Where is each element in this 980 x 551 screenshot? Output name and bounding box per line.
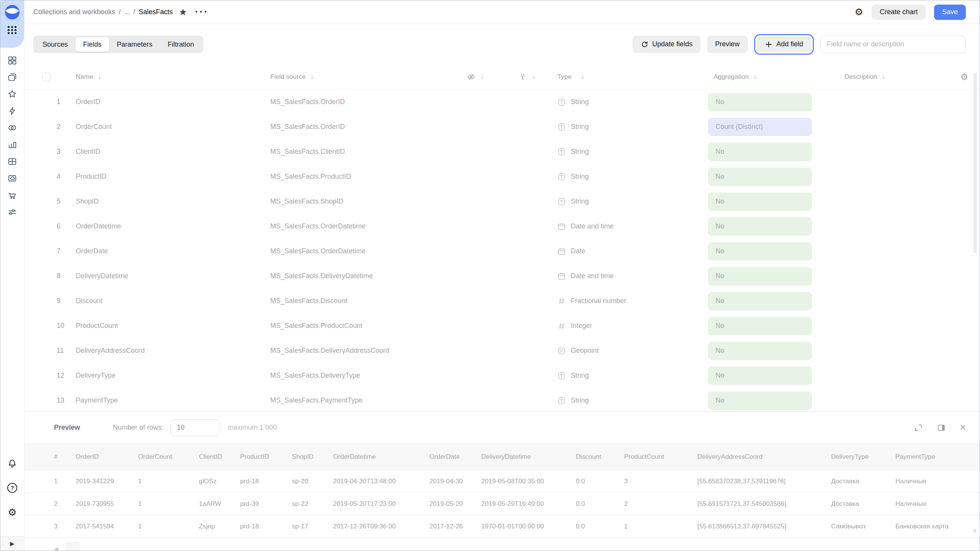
aggregation-select[interactable]: No xyxy=(708,342,812,360)
aggregation-select[interactable]: No xyxy=(708,292,812,310)
rows-count-input[interactable] xyxy=(170,419,220,436)
field-type[interactable]: Geopoint xyxy=(555,347,706,355)
add-field-button[interactable]: Add field xyxy=(757,37,811,52)
field-row[interactable]: 2 OrderCount MS_SalesFacts.OrderID Strin… xyxy=(24,114,980,139)
column-header-name[interactable]: Name↓ xyxy=(76,73,270,81)
field-name[interactable]: DeliveryAddressCoord xyxy=(76,347,270,355)
field-type[interactable]: String xyxy=(555,173,706,181)
charts-icon[interactable] xyxy=(7,140,17,150)
field-row[interactable]: 4 ProductID MS_SalesFacts.ProductID Stri… xyxy=(24,164,980,189)
field-type[interactable]: String xyxy=(555,372,706,380)
apps-grid-icon[interactable] xyxy=(8,26,17,34)
preview-toggle-button[interactable]: Preview xyxy=(707,36,748,53)
table-settings-gear-icon[interactable]: ⚙ xyxy=(960,72,969,82)
services-icon[interactable] xyxy=(7,207,17,217)
quick-actions-icon[interactable] xyxy=(7,106,17,116)
field-row[interactable]: 5 ShopID MS_SalesFacts.ShopID String No xyxy=(24,189,980,214)
field-row[interactable]: 1 OrderID MS_SalesFacts.OrderID String N… xyxy=(24,90,980,114)
field-row[interactable]: 13 PaymentType MS_SalesFacts.PaymentType… xyxy=(24,388,980,412)
prev-page-icon[interactable]: ◀ xyxy=(54,546,59,551)
field-name[interactable]: DeliveryDatetime xyxy=(76,272,270,280)
field-name[interactable]: OrderDate xyxy=(76,247,270,255)
field-name[interactable]: OrderDatetime xyxy=(76,222,270,230)
datasets-icon[interactable] xyxy=(7,156,17,166)
aggregation-select[interactable]: No xyxy=(708,168,812,186)
fields-scrollbar[interactable] xyxy=(973,73,977,253)
tab-sources[interactable]: Sources xyxy=(35,37,75,52)
connections-icon[interactable] xyxy=(7,123,17,133)
expand-panel-icon[interactable]: ▶ xyxy=(10,540,15,547)
update-fields-button[interactable]: Update fields xyxy=(632,36,701,53)
field-type[interactable]: Date and time xyxy=(555,222,706,231)
dock-preview-icon[interactable] xyxy=(937,423,946,432)
field-type[interactable]: String xyxy=(555,197,706,206)
page-number-box[interactable] xyxy=(65,542,80,551)
collections-icon[interactable] xyxy=(7,72,17,82)
field-name[interactable]: DeliveryType xyxy=(76,372,270,380)
tab-fields[interactable]: Fields xyxy=(75,37,109,52)
save-button[interactable]: Save xyxy=(934,5,966,20)
field-name[interactable]: OrderID xyxy=(76,98,270,106)
dataset-settings-gear-icon[interactable]: ⚙ xyxy=(855,7,863,18)
notifications-icon[interactable] xyxy=(7,458,17,468)
field-type[interactable]: Fractional number xyxy=(555,297,706,305)
expand-preview-icon[interactable] xyxy=(914,423,923,432)
field-row[interactable]: 9 Discount MS_SalesFacts.Discount Fracti… xyxy=(24,289,980,313)
field-name[interactable]: ClientID xyxy=(76,148,270,156)
sort-arrow-icon[interactable]: ↓ xyxy=(97,73,102,81)
storage-icon[interactable] xyxy=(7,173,17,183)
field-row[interactable]: 7 OrderDate MS_SalesFacts.OrderDatetime … xyxy=(24,239,980,264)
aggregation-select[interactable]: No xyxy=(708,267,812,285)
aggregation-select[interactable]: No xyxy=(708,367,812,385)
datalens-logo[interactable] xyxy=(5,5,20,20)
field-type[interactable]: Integer xyxy=(555,322,706,330)
close-preview-icon[interactable]: × xyxy=(960,422,966,433)
field-row[interactable]: 11 DeliveryAddressCoord MS_SalesFacts.De… xyxy=(24,338,980,363)
field-type[interactable]: String xyxy=(555,123,706,131)
field-type[interactable]: Date xyxy=(555,247,706,256)
field-row[interactable]: 12 DeliveryType MS_SalesFacts.DeliveryTy… xyxy=(24,363,980,388)
field-name[interactable]: ProductID xyxy=(76,173,270,181)
aggregation-select[interactable]: No xyxy=(708,93,812,111)
column-header-field-source[interactable]: Field source↓ xyxy=(270,73,465,81)
field-type[interactable]: String xyxy=(555,98,706,106)
tab-filtration[interactable]: Filtration xyxy=(160,37,202,52)
select-all-checkbox[interactable] xyxy=(42,73,51,81)
sort-arrow-icon[interactable]: ↓ xyxy=(753,73,758,81)
field-search-input[interactable] xyxy=(820,36,966,53)
column-header-visibility[interactable]: ↓ xyxy=(465,72,516,82)
scroll-down-icon[interactable]: ▼ xyxy=(973,528,977,534)
sort-arrow-icon[interactable]: ↓ xyxy=(310,73,315,81)
help-icon[interactable]: ? xyxy=(7,483,17,493)
field-row[interactable]: 6 OrderDatetime MS_SalesFacts.OrderDatet… xyxy=(24,214,980,239)
field-name[interactable]: OrderCount xyxy=(76,123,270,131)
aggregation-select[interactable]: Count (Distinct) xyxy=(708,118,812,136)
column-header-aggregation[interactable]: Aggregation↓ xyxy=(706,73,817,81)
dashboards-icon[interactable] xyxy=(7,55,17,65)
aggregation-select[interactable]: No xyxy=(708,192,812,211)
field-type[interactable]: String xyxy=(555,396,706,405)
aggregation-select[interactable]: No xyxy=(708,143,812,161)
column-header-description[interactable]: Description↓ xyxy=(817,73,949,81)
favorite-star-icon[interactable]: ★ xyxy=(179,7,187,18)
sort-arrow-icon[interactable]: ↓ xyxy=(480,73,485,81)
sort-arrow-icon[interactable]: ↓ xyxy=(580,73,585,81)
field-type[interactable]: Date and time xyxy=(555,272,706,280)
field-type[interactable]: String xyxy=(555,148,706,156)
field-row[interactable]: 10 ProductCount MS_SalesFacts.ProductCou… xyxy=(24,313,980,338)
aggregation-select[interactable]: No xyxy=(708,242,812,261)
create-chart-button[interactable]: Create chart xyxy=(872,5,926,20)
aggregation-select[interactable]: No xyxy=(708,317,812,335)
sort-arrow-icon[interactable]: ↓ xyxy=(881,73,886,81)
aggregation-select[interactable]: No xyxy=(708,391,812,410)
breadcrumb-root[interactable]: Collections and workbooks xyxy=(33,8,115,16)
field-row[interactable]: 3 ClientID MS_SalesFacts.ClientID String… xyxy=(24,139,980,164)
sort-arrow-icon[interactable]: ↓ xyxy=(531,73,536,81)
field-name[interactable]: ShopID xyxy=(76,197,270,205)
column-header-type[interactable]: Type↓ xyxy=(555,73,706,81)
field-name[interactable]: ProductCount xyxy=(76,322,270,330)
field-name[interactable]: Discount xyxy=(76,297,270,305)
field-row[interactable]: 8 DeliveryDatetime MS_SalesFacts.Deliver… xyxy=(24,264,980,289)
aggregation-select[interactable]: No xyxy=(708,217,812,236)
marketplace-icon[interactable] xyxy=(7,190,17,200)
